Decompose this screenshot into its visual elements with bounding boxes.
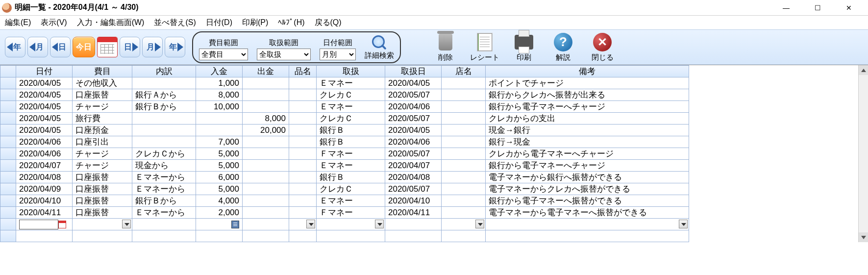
cell-breakdown[interactable]: Ｅマネーから (132, 207, 196, 219)
cell-note[interactable]: 銀行→現金 (486, 136, 689, 148)
handling-range-select[interactable]: 全取扱 (257, 49, 311, 60)
cell-expense[interactable] (243, 195, 289, 207)
row-selector[interactable] (0, 160, 16, 172)
cell-shop[interactable] (442, 160, 486, 172)
cell-item[interactable] (289, 195, 317, 207)
cell-income[interactable]: 7,000 (196, 136, 243, 148)
row-selector[interactable] (0, 113, 16, 125)
col-shop[interactable]: 店名 (442, 66, 486, 77)
cell-category[interactable]: チャージ (73, 148, 132, 160)
menu-edit[interactable]: 編集(E) (5, 18, 31, 28)
cell-breakdown[interactable] (132, 136, 196, 148)
cell-handling-date[interactable]: 2020/04/10 (385, 195, 442, 207)
cell-shop[interactable] (442, 207, 486, 219)
cell-category[interactable]: 口座預金 (73, 125, 132, 136)
cell-shop[interactable] (442, 77, 486, 89)
entry-date-cell[interactable] (16, 219, 73, 230)
cell-handling[interactable]: 銀行Ｂ (317, 172, 385, 183)
dropdown-icon[interactable] (375, 220, 384, 228)
cell-date[interactable]: 2020/04/08 (16, 172, 73, 183)
cell-date[interactable]: 2020/04/07 (16, 160, 73, 172)
calculator-icon[interactable] (231, 221, 239, 228)
entry-income-cell[interactable] (196, 219, 243, 230)
cell-shop[interactable] (442, 89, 486, 101)
cell-expense[interactable] (243, 183, 289, 195)
col-note[interactable]: 備考 (486, 66, 689, 77)
cell-category[interactable]: チャージ (73, 160, 132, 172)
detail-grid[interactable]: 日付 費目 内訳 入金 出金 品名 取扱 取扱日 店名 備考 2020/04/0… (0, 65, 689, 242)
cell-category[interactable]: 口座振替 (73, 195, 132, 207)
cell-handling[interactable]: 銀行Ｂ (317, 136, 385, 148)
cell-income[interactable]: 1,000 (196, 77, 243, 89)
prev-month-button[interactable]: 月 (27, 37, 48, 57)
col-breakdown[interactable]: 内訳 (132, 66, 196, 77)
cell-date[interactable]: 2020/04/06 (16, 148, 73, 160)
print-button[interactable]: 印刷 (508, 32, 540, 62)
cell-date[interactable]: 2020/04/10 (16, 195, 73, 207)
cell-shop[interactable] (442, 125, 486, 136)
entry-shop-cell[interactable] (442, 219, 486, 230)
menu-print[interactable]: 印刷(P) (242, 18, 268, 28)
cell-income[interactable]: 4,000 (196, 195, 243, 207)
cell-breakdown[interactable] (132, 125, 196, 136)
cell-expense[interactable] (243, 148, 289, 160)
cell-note[interactable]: 銀行から電子マネーへ振替ができる (486, 195, 689, 207)
cell-expense[interactable]: 8,000 (243, 113, 289, 125)
cell-shop[interactable] (442, 172, 486, 183)
cell-category[interactable]: 旅行費 (73, 113, 132, 125)
row-selector[interactable] (0, 172, 16, 183)
row-selector[interactable] (0, 136, 16, 148)
cell-shop[interactable] (442, 148, 486, 160)
cell-breakdown[interactable]: クレカＣから (132, 148, 196, 160)
delete-button[interactable]: 削除 (429, 32, 462, 62)
entry-category-cell[interactable] (73, 219, 132, 230)
cell-item[interactable] (289, 172, 317, 183)
cell-handling[interactable]: Ｆマネー (317, 207, 385, 219)
cell-date[interactable]: 2020/04/05 (16, 89, 73, 101)
menu-back[interactable]: 戻る(Q) (315, 18, 342, 28)
col-category[interactable]: 費目 (73, 66, 132, 77)
cell-item[interactable] (289, 113, 317, 125)
col-handling[interactable]: 取扱 (317, 66, 385, 77)
cell-expense[interactable] (243, 160, 289, 172)
next-month-button[interactable]: 月 (142, 37, 163, 57)
cell-note[interactable]: 銀行から電子マネーへチャージ (486, 101, 689, 113)
cell-income[interactable]: 5,000 (196, 183, 243, 195)
cell-note[interactable]: 現金→銀行 (486, 125, 689, 136)
cell-breakdown[interactable]: 銀行Ｂから (132, 101, 196, 113)
cell-category[interactable]: 口座振替 (73, 183, 132, 195)
row-selector[interactable] (0, 101, 16, 113)
col-expense[interactable]: 出金 (243, 66, 289, 77)
next-day-button[interactable]: 日 (120, 37, 140, 57)
prev-year-button[interactable]: 年 (5, 37, 25, 57)
cell-shop[interactable] (442, 113, 486, 125)
cell-income[interactable] (196, 113, 243, 125)
cell-income[interactable]: 2,000 (196, 207, 243, 219)
row-selector-header[interactable] (0, 66, 16, 77)
cell-handling-date[interactable]: 2020/04/05 (385, 77, 442, 89)
detailed-search-button[interactable]: 詳細検索 (365, 34, 394, 60)
cell-date[interactable]: 2020/04/05 (16, 125, 73, 136)
cell-handling[interactable]: Ｆマネー (317, 148, 385, 160)
cell-date[interactable]: 2020/04/09 (16, 183, 73, 195)
cell-expense[interactable] (243, 101, 289, 113)
cell-handling-date[interactable]: 2020/05/07 (385, 113, 442, 125)
cell-breakdown[interactable] (132, 113, 196, 125)
col-income[interactable]: 入金 (196, 66, 243, 77)
cell-breakdown[interactable]: Ｅマネーから (132, 183, 196, 195)
calendar-icon[interactable] (97, 37, 118, 57)
help-button[interactable]: ? 解説 (547, 32, 579, 62)
dropdown-icon[interactable] (475, 220, 484, 228)
cell-handling[interactable]: 銀行Ｂ (317, 125, 385, 136)
vertical-scrollbar[interactable] (858, 65, 868, 242)
entry-handling-cell[interactable] (317, 219, 385, 230)
cell-expense[interactable] (243, 136, 289, 148)
cell-item[interactable] (289, 148, 317, 160)
cell-note[interactable]: 電子マネーからクレカへ振替ができる (486, 183, 689, 195)
cell-handling[interactable]: Ｅマネー (317, 101, 385, 113)
cell-shop[interactable] (442, 195, 486, 207)
col-date[interactable]: 日付 (16, 66, 73, 77)
cell-date[interactable]: 2020/04/05 (16, 77, 73, 89)
cell-item[interactable] (289, 183, 317, 195)
row-selector[interactable] (0, 183, 16, 195)
